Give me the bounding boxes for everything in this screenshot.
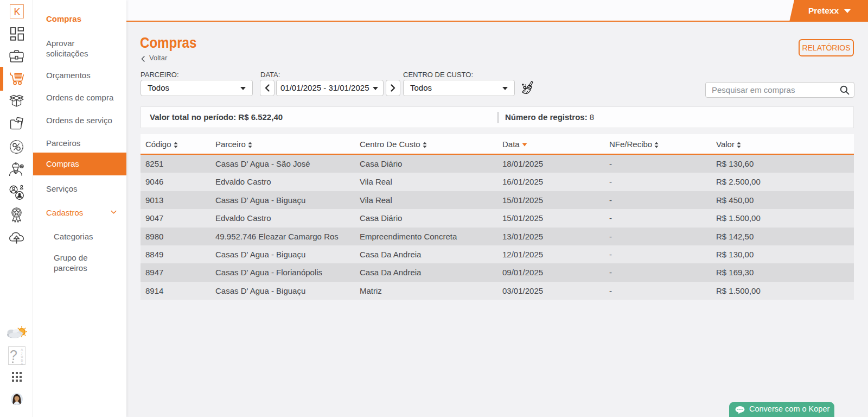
svg-text:U: U <box>21 355 23 358</box>
svg-text:A: A <box>21 348 23 351</box>
svg-text:A: A <box>21 362 23 365</box>
svg-text:J: J <box>21 352 22 355</box>
svg-text:?: ? <box>10 348 17 363</box>
svg-text:K: K <box>14 7 20 17</box>
